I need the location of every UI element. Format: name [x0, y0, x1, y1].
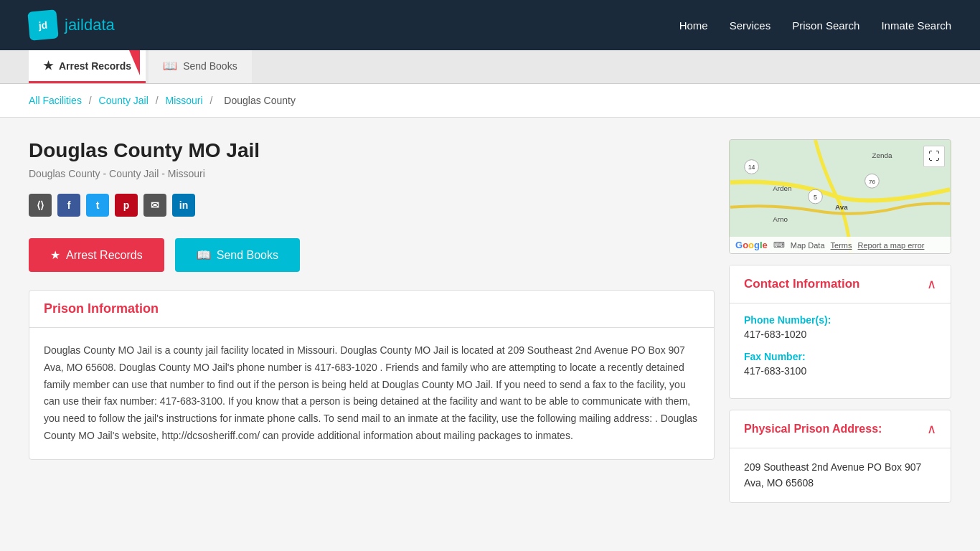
- expand-icon: ⛶: [928, 150, 940, 163]
- prison-info-title: Prison Information: [44, 301, 699, 316]
- share-button[interactable]: ⟨⟩: [29, 194, 52, 217]
- tab-sendbooks-label: Send Books: [183, 60, 237, 72]
- prison-info-box: Prison Information Douglas County MO Jai…: [29, 290, 715, 460]
- nav-inmate-search[interactable]: Inmate Search: [881, 19, 951, 32]
- tab-arrest-label: Arrest Records: [59, 60, 131, 72]
- contact-box: Contact Information ∧ Phone Number(s): 4…: [729, 265, 951, 399]
- logo-jail: jail: [65, 16, 84, 34]
- star-icon: ★: [43, 59, 53, 72]
- contact-body: Phone Number(s): 417-683-1020 Fax Number…: [730, 303, 951, 398]
- sidebar: 5 76 14 Zenda Arden Arno Ava ⛶ Google ⌨ …: [729, 139, 951, 503]
- nav-prison-search[interactable]: Prison Search: [792, 19, 859, 32]
- tab-bar: ★ Arrest Records 📖 Send Books: [0, 50, 980, 84]
- contact-title: Contact Information: [744, 277, 860, 291]
- breadcrumb-county-jail[interactable]: County Jail: [99, 95, 149, 106]
- nav-services[interactable]: Services: [730, 19, 771, 32]
- content-area: Douglas County MO Jail Douglas County - …: [29, 139, 715, 503]
- send-books-icon: 📖: [197, 248, 211, 262]
- map-data-label: Map Data: [791, 241, 825, 250]
- pinterest-icon: p: [123, 199, 130, 211]
- map-footer: Google ⌨ Map Data Terms Report a map err…: [730, 237, 951, 253]
- svg-text:Zenda: Zenda: [872, 151, 892, 159]
- fax-value: 417-683-3100: [744, 365, 936, 377]
- nav-home[interactable]: Home: [679, 19, 708, 32]
- breadcrumb-current: Douglas County: [224, 95, 296, 106]
- breadcrumb: All Facilities / County Jail / Missouri …: [0, 84, 980, 118]
- breadcrumb-all-facilities[interactable]: All Facilities: [29, 95, 82, 106]
- logo-text: jaildata: [65, 16, 115, 34]
- facebook-button[interactable]: f: [57, 194, 80, 217]
- report-link[interactable]: Report a map error: [858, 241, 925, 250]
- svg-text:Arden: Arden: [773, 184, 791, 192]
- arrest-records-button[interactable]: ★ Arrest Records: [29, 238, 164, 272]
- send-books-label: Send Books: [217, 249, 278, 262]
- linkedin-button[interactable]: in: [172, 194, 195, 217]
- tab-arrest-records[interactable]: ★ Arrest Records: [29, 50, 146, 83]
- address-header: Physical Prison Address: ∧: [730, 410, 951, 448]
- action-buttons: ★ Arrest Records 📖 Send Books: [29, 238, 715, 272]
- pinterest-button[interactable]: p: [115, 194, 138, 217]
- svg-text:Arno: Arno: [773, 215, 788, 223]
- phone-value: 417-683-1020: [744, 329, 936, 340]
- map-container: 5 76 14 Zenda Arden Arno Ava ⛶ Google ⌨ …: [729, 139, 951, 254]
- logo-icon: jd: [27, 9, 58, 40]
- contact-header: Contact Information ∧: [730, 265, 951, 303]
- logo[interactable]: jd jaildata: [29, 11, 115, 39]
- send-books-button[interactable]: 📖 Send Books: [175, 238, 300, 272]
- terms-link[interactable]: Terms: [831, 241, 852, 250]
- prison-info-body: Douglas County MO Jail is a county jail …: [29, 328, 714, 459]
- facebook-icon: f: [67, 199, 71, 211]
- address-title: Physical Prison Address:: [744, 423, 882, 435]
- phone-label: Phone Number(s):: [744, 314, 936, 326]
- logo-data: data: [84, 16, 115, 34]
- prison-info-header: Prison Information: [29, 291, 714, 328]
- fax-label: Fax Number:: [744, 351, 936, 362]
- svg-text:5: 5: [814, 194, 817, 201]
- nav: Home Services Prison Search Inmate Searc…: [679, 19, 951, 32]
- svg-text:14: 14: [748, 164, 755, 171]
- tab-send-books[interactable]: 📖 Send Books: [149, 50, 252, 83]
- address-value: 209 Southeast 2nd Avenue PO Box 907Ava, …: [744, 461, 921, 489]
- email-icon: ✉: [151, 199, 159, 211]
- linkedin-icon: in: [179, 199, 188, 211]
- email-button[interactable]: ✉: [143, 194, 166, 217]
- address-chevron-icon[interactable]: ∧: [927, 421, 936, 437]
- header: jd jaildata Home Services Prison Search …: [0, 0, 980, 50]
- arrest-star-icon: ★: [50, 248, 60, 262]
- address-body: 209 Southeast 2nd Avenue PO Box 907Ava, …: [730, 448, 951, 502]
- arrest-records-label: Arrest Records: [66, 249, 143, 262]
- main-layout: Douglas County MO Jail Douglas County - …: [0, 118, 980, 524]
- address-box: Physical Prison Address: ∧ 209 Southeast…: [729, 410, 951, 503]
- facility-title: Douglas County MO Jail: [29, 139, 715, 162]
- contact-chevron-icon[interactable]: ∧: [927, 276, 936, 292]
- twitter-icon: t: [96, 199, 100, 211]
- keyboard-icon: ⌨: [773, 240, 785, 250]
- svg-text:76: 76: [869, 179, 875, 185]
- breadcrumb-missouri[interactable]: Missouri: [166, 95, 203, 106]
- facility-subtitle: Douglas County - County Jail - Missouri: [29, 168, 715, 179]
- svg-text:Ava: Ava: [835, 203, 848, 211]
- social-share: ⟨⟩ f t p ✉ in: [29, 194, 715, 217]
- twitter-button[interactable]: t: [86, 194, 109, 217]
- google-logo: Google: [735, 240, 768, 250]
- map-expand-button[interactable]: ⛶: [923, 146, 945, 167]
- prison-info-text: Douglas County MO Jail is a county jail …: [44, 342, 699, 445]
- book-icon: 📖: [163, 59, 177, 72]
